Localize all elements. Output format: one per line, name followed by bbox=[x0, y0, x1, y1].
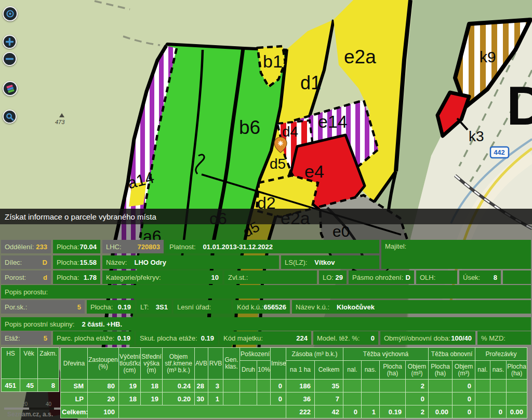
table-row: Celkem:10022242010.1920.00000.00 bbox=[61, 405, 527, 418]
label-b6: b6 bbox=[239, 117, 260, 138]
table-cell: 0.00 bbox=[429, 405, 453, 418]
field-nazev: Název:LHO Odry bbox=[102, 255, 279, 269]
label-d4: d4 bbox=[282, 124, 298, 140]
table-cell bbox=[429, 392, 453, 405]
table-cell bbox=[490, 392, 507, 405]
layers-button[interactable] bbox=[3, 81, 18, 96]
label-district: D bbox=[507, 75, 532, 136]
field-kod-majetku: Kód majetku:224 bbox=[220, 331, 311, 345]
locate-button[interactable] bbox=[3, 6, 18, 21]
table-cell: 42 bbox=[315, 405, 343, 418]
field-lo: LO:29 bbox=[319, 270, 347, 284]
table-cell: 20 bbox=[88, 392, 119, 405]
table-cell: 222 bbox=[286, 405, 315, 418]
table-row: LP2018190.20301036700 bbox=[61, 392, 527, 405]
table-cell: 3 bbox=[208, 380, 223, 392]
table-cell bbox=[257, 392, 271, 405]
field-popis-porostu: Popis porostu: bbox=[1, 285, 531, 299]
table-cell bbox=[490, 380, 507, 392]
table-cell: 0.20 bbox=[163, 392, 195, 405]
field-kategorie: Kategorie/překryv:10 bbox=[102, 270, 222, 284]
table-cell bbox=[240, 380, 257, 392]
table-cell: 8 bbox=[38, 379, 59, 392]
field-pasmo: Pásmo ohrožení:D bbox=[349, 270, 414, 284]
table-header-cell: Druh bbox=[240, 361, 257, 380]
field-lslz: LS(LZ):Vítkov bbox=[281, 255, 379, 269]
field-lhc: LHC:720803 bbox=[102, 240, 164, 253]
table-header-cell: Plocha (ha) bbox=[380, 361, 406, 380]
table-header-cell: Objem stř.kmene (m³ b.k.) bbox=[163, 348, 195, 380]
table-cell: 0 bbox=[453, 380, 475, 392]
search-button[interactable] bbox=[3, 110, 17, 124]
table-header-cell: Střední výška (m) bbox=[141, 348, 163, 380]
table-cell: 1 bbox=[208, 392, 223, 405]
table-cell: 0 bbox=[343, 405, 362, 418]
label-d5-mid: d5 bbox=[270, 156, 286, 172]
table-cell bbox=[475, 392, 490, 405]
table-header-cell: Prořezávky bbox=[475, 348, 527, 361]
field-mzd: % MZD: bbox=[477, 331, 531, 345]
table-cell bbox=[257, 380, 271, 392]
table-cell bbox=[507, 392, 527, 405]
table-cell: 19 bbox=[119, 380, 141, 392]
table-row: 451458 bbox=[2, 379, 59, 392]
locate-icon bbox=[6, 9, 15, 18]
table-header-cell: Zásoba (m³ b.k.) bbox=[286, 348, 343, 361]
table-cell: 80 bbox=[88, 380, 119, 392]
layers-icon bbox=[6, 84, 15, 93]
field-olh: OLH: bbox=[416, 270, 457, 284]
field-obmyti: Obmýtí/obnovní doba:100/40 bbox=[380, 331, 475, 345]
table-row: SM8019180.2428301863520 bbox=[61, 380, 527, 392]
table-cell bbox=[475, 405, 490, 418]
table-cell: LP bbox=[61, 392, 88, 405]
table-cell bbox=[429, 380, 453, 392]
table-header-cell: Celkem bbox=[315, 361, 343, 380]
table-cell bbox=[380, 392, 406, 405]
table-header-cell: Zakm. bbox=[38, 348, 59, 379]
table-header-cell: 10% bbox=[257, 361, 271, 380]
field-oddeleni: Oddělení:233 bbox=[1, 240, 51, 253]
table-header-cell: RVB bbox=[208, 348, 223, 380]
table-header-cell: Imise bbox=[271, 348, 286, 380]
label-e2a-top: e2a bbox=[344, 46, 376, 67]
field-porsk: Por.sk.:5 bbox=[1, 300, 85, 314]
table-cell: 35 bbox=[315, 380, 343, 392]
field-zvlst: Zvl.st.: bbox=[224, 270, 317, 284]
table-header-cell: HS bbox=[2, 348, 20, 379]
table-cell: 7 bbox=[315, 392, 343, 405]
table-header-cell: Těžba obnovní bbox=[429, 348, 475, 361]
field-popis-skupiny: Popis porostní skupiny:2 části. +HB. bbox=[1, 317, 531, 331]
table-cell: 28 bbox=[195, 380, 208, 392]
table-header-cell: nas. bbox=[362, 361, 380, 380]
road-sign-number: 442 bbox=[494, 148, 505, 156]
field-parc-plocha: Parc. plocha etáže:0.19 bbox=[53, 331, 134, 345]
table-cell bbox=[119, 405, 286, 418]
field-etaz: Etáž:5 bbox=[1, 331, 51, 345]
table-cell: SM bbox=[61, 380, 88, 392]
table-cell: 451 bbox=[2, 379, 20, 392]
plus-icon bbox=[6, 38, 14, 46]
table-header-cell: nas. bbox=[490, 361, 507, 380]
stand-summary-table: HSVěkZakm.451458 bbox=[1, 347, 59, 392]
species-detail-table: DřevinaZastoupení (%)Výčetní tloušťka (c… bbox=[60, 347, 527, 418]
table-header-cell: Plocha (ha) bbox=[507, 361, 527, 380]
table-cell bbox=[223, 392, 240, 405]
table-cell: 1 bbox=[362, 405, 380, 418]
table-cell bbox=[223, 380, 240, 392]
table-cell: 2 bbox=[406, 405, 429, 418]
table-cell bbox=[343, 380, 362, 392]
table-cell: 0 bbox=[271, 392, 286, 405]
field-kod-ku: Kód k.ú.:656526 bbox=[233, 300, 290, 314]
minus-icon bbox=[6, 55, 14, 63]
table-header-cell: nal. bbox=[343, 361, 362, 380]
table-cell: 18 bbox=[119, 392, 141, 405]
zoom-out-button[interactable] bbox=[3, 52, 17, 66]
table-cell: 18 bbox=[141, 380, 163, 392]
table-cell: 36 bbox=[286, 392, 315, 405]
zoom-in-button[interactable] bbox=[3, 35, 17, 49]
table-header-cell: Plocha (ha) bbox=[429, 361, 453, 380]
label-e14: e14 bbox=[318, 112, 348, 131]
table-cell bbox=[343, 392, 362, 405]
field-majitel: Majitel: bbox=[381, 240, 531, 269]
table-header-cell: Výčetní tloušťka (cm) bbox=[119, 348, 141, 380]
